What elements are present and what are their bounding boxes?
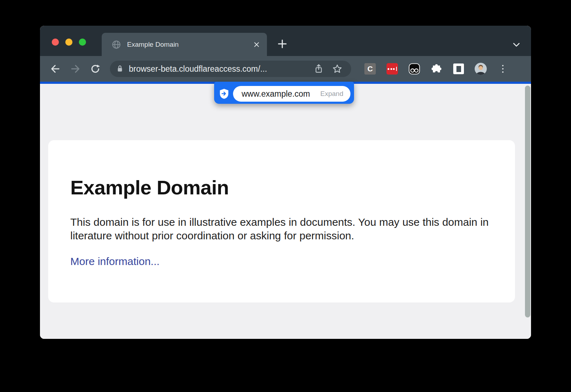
tab-strip: Example Domain: [40, 26, 531, 56]
lock-icon[interactable]: [116, 65, 123, 73]
close-tab-icon[interactable]: [251, 39, 262, 50]
forward-button[interactable]: [68, 61, 83, 76]
browser-window: Example Domain: [40, 26, 531, 339]
profile-avatar[interactable]: [475, 63, 487, 75]
isolated-host: www.example.com: [242, 89, 310, 99]
puzzle-icon[interactable]: [430, 63, 443, 75]
isolation-badge[interactable]: www.example.com Expand: [214, 82, 354, 104]
globe-favicon: [112, 40, 121, 49]
c-extension-icon[interactable]: C: [364, 63, 376, 75]
example-domain-card: Example Domain This domain is for use in…: [48, 140, 515, 302]
extensions-row: C: [364, 63, 509, 75]
expand-button[interactable]: Expand: [320, 90, 343, 98]
url-text[interactable]: browser-beta.cloudflareaccess.com/...: [129, 64, 313, 74]
frame-extension-icon[interactable]: [453, 63, 465, 75]
minimize-window-button[interactable]: [65, 39, 72, 46]
tab-search-chevron-icon[interactable]: [511, 39, 522, 50]
browser-menu-icon[interactable]: [497, 63, 509, 75]
more-information-link[interactable]: More information...: [70, 255, 160, 268]
goggles-extension-icon[interactable]: [408, 63, 420, 75]
new-tab-button[interactable]: [276, 38, 288, 50]
bookmark-star-icon[interactable]: [331, 63, 343, 75]
tab-title: Example Domain: [127, 41, 251, 49]
reload-button[interactable]: [88, 61, 103, 76]
address-bar[interactable]: browser-beta.cloudflareaccess.com/...: [110, 61, 351, 77]
scrollbar-thumb[interactable]: [525, 86, 530, 317]
zoom-window-button[interactable]: [79, 39, 86, 46]
close-window-button[interactable]: [52, 39, 59, 46]
isolated-site-pill[interactable]: www.example.com Expand: [233, 86, 350, 102]
shield-arrow-icon: [219, 88, 229, 99]
toolbar: browser-beta.cloudflareaccess.com/... C: [40, 56, 531, 82]
page-viewport: www.example.com Expand Example Domain Th…: [40, 84, 531, 339]
window-controls: [52, 39, 86, 46]
page-title: Example Domain: [70, 176, 493, 199]
lastpass-icon[interactable]: [386, 63, 398, 75]
page-body-text: This domain is for use in illustrative e…: [70, 215, 491, 243]
share-icon[interactable]: [313, 63, 325, 75]
tab-example-domain[interactable]: Example Domain: [102, 33, 267, 56]
back-button[interactable]: [48, 61, 63, 76]
